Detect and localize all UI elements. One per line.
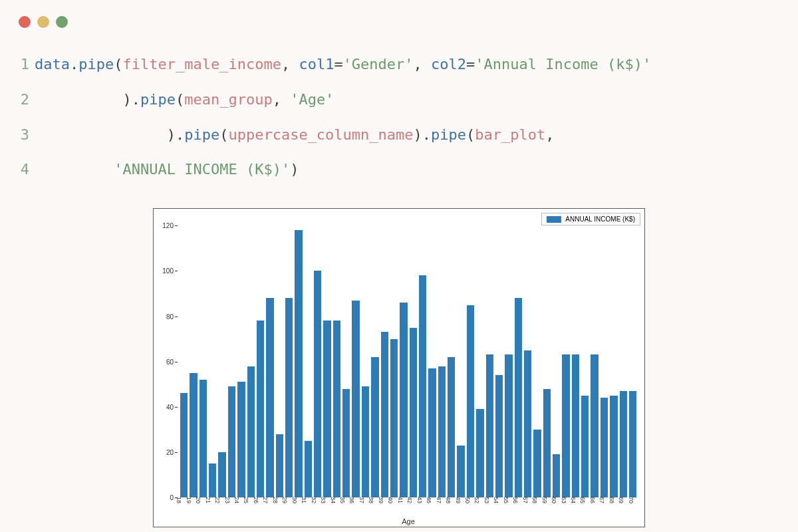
code-line: 2 ).pipe(mean_group, 'Age' <box>15 90 783 110</box>
bar <box>581 396 589 497</box>
x-tick-label: 33 <box>320 497 327 503</box>
bar <box>295 230 302 497</box>
code-content: data.pipe(filter_male_income, col1='Gend… <box>35 55 651 75</box>
code-content: ).pipe(uppercase_column_name).pipe(bar_p… <box>35 125 555 146</box>
code-block: 1data.pipe(filter_male_income, col1='Gen… <box>0 28 798 201</box>
bar <box>553 454 560 497</box>
bar <box>467 305 474 498</box>
bar <box>562 354 569 497</box>
code-line: 1data.pipe(filter_male_income, col1='Gen… <box>15 55 783 75</box>
x-tick-label: 41 <box>397 497 404 503</box>
x-tick-label: 48 <box>445 497 452 503</box>
bar <box>352 301 359 497</box>
x-tick-label: 50 <box>464 497 471 503</box>
x-tick-label: 18 <box>176 497 182 503</box>
bar <box>438 366 446 498</box>
traffic-close-icon[interactable] <box>19 16 31 28</box>
bar <box>486 354 493 497</box>
bar <box>591 354 598 497</box>
bar <box>620 391 627 497</box>
x-tick-label: 60 <box>551 497 557 503</box>
x-tick-label: 66 <box>589 497 596 503</box>
x-tick-label: 32 <box>311 497 317 503</box>
line-number: 3 <box>15 125 29 146</box>
bar <box>218 452 225 497</box>
x-tick-label: 24 <box>233 497 240 503</box>
x-tick-label: 25 <box>243 497 249 503</box>
x-axis-label: Age <box>402 517 415 525</box>
bar <box>314 271 321 497</box>
bar <box>228 386 235 497</box>
x-tick-label: 67 <box>598 497 605 503</box>
bar <box>305 441 312 497</box>
y-tick-label: 20 <box>166 449 174 456</box>
bar <box>524 350 531 498</box>
x-tick-label: 27 <box>262 497 269 503</box>
bar <box>190 373 197 497</box>
bar <box>533 430 541 497</box>
x-tick-label: 52 <box>473 497 480 503</box>
bar <box>200 380 207 497</box>
x-tick-label: 68 <box>608 497 615 503</box>
bar <box>476 409 483 497</box>
bar <box>419 275 426 497</box>
x-tick-label: 29 <box>281 497 288 503</box>
x-tick-label: 40 <box>387 497 394 503</box>
bar-chart: ANNUAL INCOME (K$) 020406080100120 Age 1… <box>153 208 645 527</box>
line-number: 1 <box>15 55 29 75</box>
bar <box>247 366 255 498</box>
x-tick-label: 28 <box>272 497 279 503</box>
x-tick-label: 43 <box>416 497 423 503</box>
x-tick-label: 59 <box>541 497 548 503</box>
bar <box>323 321 331 497</box>
bar <box>410 328 417 498</box>
bar <box>543 389 551 498</box>
window-traffic-lights <box>0 0 798 28</box>
line-number: 2 <box>15 90 29 110</box>
x-tick-label: 70 <box>628 497 634 503</box>
y-tick-label: 60 <box>166 358 174 365</box>
x-tick-label: 64 <box>570 497 577 503</box>
x-tick-label: 42 <box>406 497 413 503</box>
y-tick-label: 0 <box>170 494 174 501</box>
y-tick-label: 80 <box>166 313 174 320</box>
x-tick-label: 58 <box>531 497 538 503</box>
bar <box>600 398 608 497</box>
code-content: 'ANNUAL INCOME (K$)') <box>35 160 299 180</box>
bar <box>180 393 188 497</box>
bar <box>381 332 388 497</box>
x-tick-label: 21 <box>205 497 211 503</box>
x-tick-label: 38 <box>368 497 374 503</box>
x-tick-label: 46 <box>426 497 432 503</box>
code-line: 3 ).pipe(uppercase_column_name).pipe(bar… <box>15 125 783 146</box>
bar <box>285 298 293 497</box>
x-tick-label: 20 <box>195 497 201 503</box>
bar <box>362 386 369 497</box>
traffic-minimize-icon[interactable] <box>37 16 49 28</box>
y-axis: 020406080100120 <box>154 214 178 497</box>
bar <box>257 321 264 497</box>
bar <box>428 368 436 497</box>
bar <box>237 382 245 497</box>
x-tick-label: 56 <box>512 497 519 503</box>
x-tick-label: 57 <box>522 497 529 503</box>
bar <box>333 321 340 497</box>
x-tick-label: 54 <box>493 497 499 503</box>
x-tick-label: 30 <box>291 497 298 503</box>
x-tick-label: 19 <box>186 497 192 503</box>
bar <box>448 357 455 497</box>
bar <box>495 375 503 497</box>
plot-area <box>178 214 639 497</box>
bar <box>400 303 407 497</box>
x-tick-label: 69 <box>618 497 624 503</box>
bar <box>505 354 512 497</box>
x-tick-label: 37 <box>358 497 365 503</box>
x-tick-label: 63 <box>561 497 567 503</box>
code-line: 4 'ANNUAL INCOME (K$)') <box>15 160 783 180</box>
bar <box>371 357 378 497</box>
bar <box>209 464 216 497</box>
traffic-zoom-icon[interactable] <box>56 16 68 28</box>
x-tick-label: 34 <box>330 497 336 503</box>
x-tick-label: 35 <box>339 497 346 503</box>
bar <box>266 298 273 497</box>
